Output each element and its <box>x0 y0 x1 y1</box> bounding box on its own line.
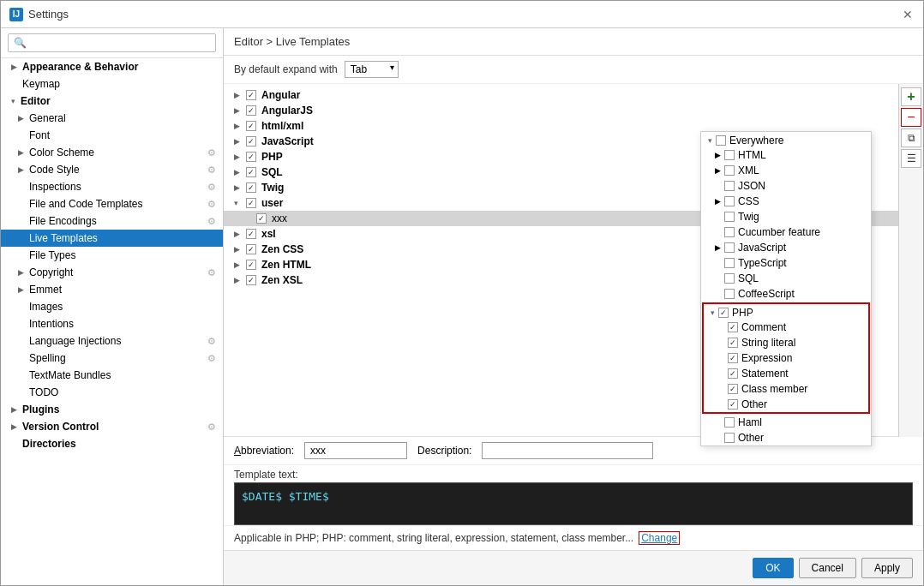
sidebar-item-todo[interactable]: ▶ TODO <box>1 384 223 401</box>
ctx-php-statement[interactable]: Statement <box>704 366 868 381</box>
ctx-checkbox-statement[interactable] <box>728 368 738 379</box>
ctx-php[interactable]: ▾ PHP <box>704 304 868 320</box>
checkbox-twig[interactable] <box>246 182 256 193</box>
expand-select[interactable]: Tab Enter Space <box>345 61 399 78</box>
ctx-xml[interactable]: ▶ XML <box>701 163 871 178</box>
ctx-json[interactable]: ▶ JSON <box>701 178 871 194</box>
sidebar-item-file-types[interactable]: ▶ File Types <box>1 247 223 264</box>
sidebar-item-editor[interactable]: ▾ Editor <box>1 93 223 110</box>
sidebar-label: Spelling <box>29 352 66 364</box>
abbreviation-input[interactable] <box>304 442 407 459</box>
sidebar-item-general[interactable]: ▶ General <box>1 110 223 127</box>
change-link[interactable]: Change <box>639 531 680 545</box>
menu-button[interactable]: ☰ <box>901 149 921 168</box>
sidebar-item-images[interactable]: ▶ Images <box>1 298 223 315</box>
sidebar-item-keymap[interactable]: ▶ Keymap <box>1 75 223 93</box>
ctx-sql[interactable]: ▶ SQL <box>701 271 871 286</box>
sidebar-label: Font <box>29 129 50 141</box>
chevron-icon: ▶ <box>715 197 721 206</box>
ctx-php-comment[interactable]: Comment <box>704 320 868 335</box>
sidebar: ▶ Appearance & Behavior ▶ Keymap ▾ Edito… <box>1 28 224 585</box>
ctx-checkbox-html[interactable] <box>724 150 735 160</box>
sidebar-item-version-control[interactable]: ▶ Version Control ⚙ <box>1 418 223 435</box>
checkbox-html-xml[interactable] <box>246 121 256 131</box>
checkbox-javascript[interactable] <box>246 136 256 146</box>
search-input[interactable] <box>8 33 216 52</box>
ctx-css[interactable]: ▶ CSS <box>701 194 871 209</box>
ctx-checkbox-everywhere[interactable] <box>716 135 726 146</box>
sidebar-item-code-style[interactable]: ▶ Code Style ⚙ <box>1 161 223 178</box>
ctx-checkbox-coffeescript[interactable] <box>724 289 735 299</box>
description-input[interactable] <box>482 442 653 459</box>
ctx-checkbox-css[interactable] <box>724 196 735 206</box>
sidebar-item-file-encodings[interactable]: ▶ File Encodings ⚙ <box>1 212 223 230</box>
ctx-javascript[interactable]: ▶ JavaScript <box>701 240 871 255</box>
remove-button[interactable]: − <box>901 108 921 127</box>
ctx-php-other[interactable]: Other <box>704 397 868 412</box>
checkbox-angular[interactable] <box>246 90 256 100</box>
ctx-coffeescript[interactable]: ▶ CoffeeScript <box>701 286 871 302</box>
cancel-button[interactable]: Cancel <box>799 558 856 578</box>
add-button[interactable]: + <box>901 87 921 106</box>
checkbox-xxx[interactable] <box>256 213 267 224</box>
copy-button[interactable]: ⧉ <box>901 129 921 147</box>
tree-item-angularjs[interactable]: ▶ AngularJS <box>224 103 898 118</box>
ctx-php-string[interactable]: String literal <box>704 335 868 350</box>
ctx-everywhere[interactable]: ▾ Everywhere <box>701 132 871 147</box>
expand-select-wrapper[interactable]: Tab Enter Space <box>345 61 399 78</box>
ctx-checkbox-comment[interactable] <box>728 322 738 332</box>
sidebar-item-language-injections[interactable]: ▶ Language Injections ⚙ <box>1 332 223 350</box>
sidebar-item-appearance[interactable]: ▶ Appearance & Behavior <box>1 58 223 75</box>
ctx-checkbox-cucumber[interactable] <box>724 227 735 237</box>
sidebar-item-plugins[interactable]: ▶ Plugins <box>1 401 223 418</box>
checkbox-sql[interactable] <box>246 167 256 177</box>
template-text-area[interactable]: $DATE$ $TIME$ <box>234 482 913 525</box>
ctx-other[interactable]: ▶ Other <box>701 430 871 445</box>
sidebar-item-color-scheme[interactable]: ▶ Color Scheme ⚙ <box>1 144 223 161</box>
ctx-checkbox-expression[interactable] <box>728 353 738 363</box>
sidebar-item-emmet[interactable]: ▶ Emmet <box>1 281 223 298</box>
ctx-cucumber[interactable]: ▶ Cucumber feature <box>701 224 871 240</box>
ctx-html[interactable]: ▶ HTML <box>701 147 871 163</box>
ctx-checkbox-twig[interactable] <box>724 212 735 222</box>
ctx-checkbox-xml[interactable] <box>724 165 735 176</box>
ctx-typescript[interactable]: ▶ TypeScript <box>701 255 871 271</box>
ok-button[interactable]: OK <box>753 558 793 578</box>
tree-item-angular[interactable]: ▶ Angular <box>224 87 898 103</box>
ctx-checkbox-other[interactable] <box>724 433 735 443</box>
sidebar-item-copyright[interactable]: ▶ Copyright ⚙ <box>1 264 223 281</box>
checkbox-zen-css[interactable] <box>246 244 256 254</box>
checkbox-user[interactable] <box>246 198 256 208</box>
sidebar-item-spelling[interactable]: ▶ Spelling ⚙ <box>1 350 223 367</box>
ctx-php-expression[interactable]: Expression <box>704 350 868 366</box>
sidebar-item-textmate[interactable]: ▶ TextMate Bundles <box>1 367 223 384</box>
sidebar-item-file-code-templates[interactable]: ▶ File and Code Templates ⚙ <box>1 195 223 212</box>
ctx-haml[interactable]: ▶ Haml <box>701 415 871 430</box>
sidebar-item-directories[interactable]: ▶ Directories <box>1 435 223 452</box>
app-icon: IJ <box>9 8 23 21</box>
ctx-php-class-member[interactable]: Class member <box>704 381 868 397</box>
sidebar-item-intentions[interactable]: ▶ Intentions <box>1 315 223 332</box>
ctx-checkbox-json[interactable] <box>724 181 735 191</box>
sidebar-item-live-templates[interactable]: ▶ Live Templates <box>1 230 223 247</box>
ctx-checkbox-php-other[interactable] <box>728 399 738 410</box>
sidebar-item-inspections[interactable]: ▶ Inspections ⚙ <box>1 178 223 195</box>
ctx-checkbox-typescript[interactable] <box>724 258 735 268</box>
checkbox-xsl[interactable] <box>246 229 256 239</box>
ctx-checkbox-php[interactable] <box>718 308 729 318</box>
checkbox-zen-xsl[interactable] <box>246 275 256 285</box>
gear-icon: ⚙ <box>207 336 216 347</box>
ctx-checkbox-sql[interactable] <box>724 273 735 284</box>
close-button[interactable]: ✕ <box>901 8 915 21</box>
checkbox-angularjs[interactable] <box>246 105 256 116</box>
ctx-checkbox-haml[interactable] <box>724 417 735 428</box>
ctx-checkbox-string[interactable] <box>728 338 738 348</box>
checkbox-php[interactable] <box>246 152 256 162</box>
apply-button[interactable]: Apply <box>861 558 913 578</box>
sidebar-item-font[interactable]: ▶ Font <box>1 127 223 144</box>
ctx-checkbox-javascript[interactable] <box>724 242 735 253</box>
ctx-twig[interactable]: ▶ Twig <box>701 209 871 224</box>
sidebar-label: Keymap <box>22 78 60 90</box>
ctx-checkbox-class-member[interactable] <box>728 384 738 394</box>
checkbox-zen-html[interactable] <box>246 260 256 270</box>
